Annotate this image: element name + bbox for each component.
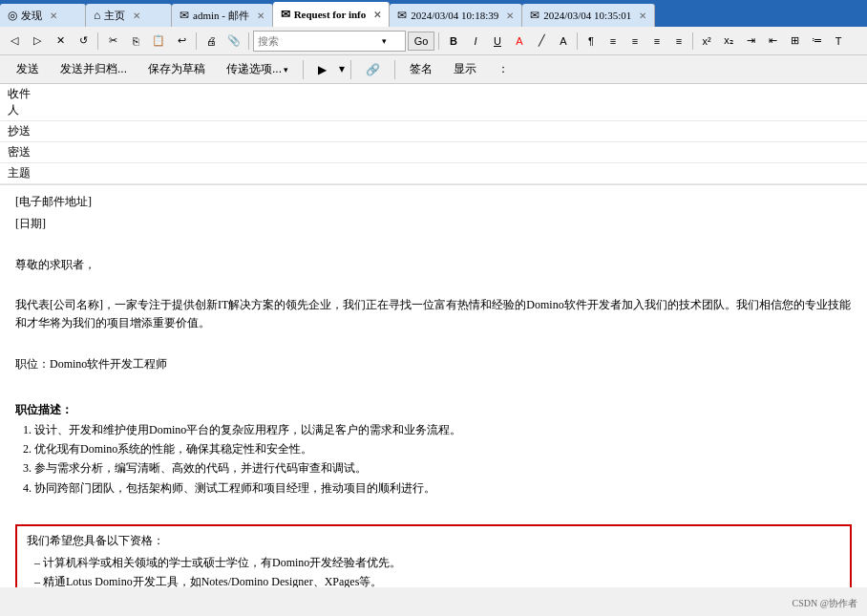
style-btn[interactable]: T	[828, 32, 849, 51]
search-box[interactable]: ▾	[253, 31, 406, 52]
tab-admin-mail[interactable]: ✉ admin - 邮件 ✕	[172, 4, 273, 27]
job-desc-label: 职位描述：	[15, 401, 852, 419]
bcc-input[interactable]	[46, 143, 867, 162]
intro-para: 我代表[公司名称]，一家专注于提供创新IT解决方案的领先企业，我们正在寻找一位富…	[15, 296, 852, 332]
align-right-btn[interactable]: ≡	[646, 32, 667, 51]
paste-btn[interactable]: 📋	[148, 32, 169, 51]
mail-icon-1: ✉	[180, 9, 189, 23]
refresh-btn[interactable]: ↺	[73, 32, 94, 51]
signature-label: 签名	[410, 61, 433, 77]
job-item-1: 1. 设计、开发和维护使用Domino平台的复杂应用程序，以满足客户的需求和业务…	[15, 421, 852, 439]
font-color-btn[interactable]: A	[509, 32, 530, 51]
tab-discover-close[interactable]: ✕	[50, 11, 57, 21]
play-btn[interactable]: ▶	[309, 60, 335, 79]
cc-input[interactable]	[46, 122, 867, 141]
tab-email-2-close[interactable]: ✕	[639, 11, 646, 21]
job-item-2: 2. 优化现有Domino系统的性能，确保其稳定性和安全性。	[15, 440, 852, 458]
job-item-4: 4. 协同跨部门团队，包括架构师、测试工程师和项目经理，推动项目的顺利进行。	[15, 479, 852, 498]
delivery-options-button[interactable]: 传递选项... ▾	[218, 58, 297, 80]
search-go-btn[interactable]: Go	[408, 32, 434, 51]
sep5	[577, 32, 578, 50]
strikethrough-btn[interactable]: ╱	[531, 32, 552, 51]
undo-btn[interactable]: ↩	[171, 32, 192, 51]
sep6	[692, 32, 693, 50]
tab-email-1[interactable]: ✉ 2024/03/04 10:18:39 ✕	[390, 4, 522, 27]
outdent-btn[interactable]: ⇤	[762, 32, 783, 51]
play-arrow-icon: ▾	[339, 62, 345, 76]
tab-home[interactable]: ⌂ 主页 ✕	[86, 4, 172, 27]
greeting: 尊敬的求职者，	[15, 256, 852, 274]
underline-btn[interactable]: U	[487, 32, 508, 51]
list-btn[interactable]: ≔	[806, 32, 827, 51]
align-left-btn[interactable]: ≡	[603, 32, 624, 51]
sep2	[196, 32, 197, 50]
print-btn[interactable]: 🖨	[201, 32, 222, 51]
req-item-2: – 精通Lotus Domino开发工具，如Notes/Domino Desig…	[27, 573, 840, 587]
nav-back-btn[interactable]: ◁	[4, 32, 25, 51]
subject-label: 主题	[0, 163, 46, 183]
header-fields: 收件人 抄送 密送 主题	[0, 84, 867, 185]
address-placeholder: [电子邮件地址]	[15, 193, 852, 211]
tab-email-2[interactable]: ✉ 2024/03/04 10:35:01 ✕	[522, 4, 655, 27]
cc-label: 抄送	[0, 121, 46, 141]
tab-home-close[interactable]: ✕	[133, 11, 140, 21]
position-label: 职位：Domino软件开发工程师	[15, 355, 852, 373]
align-justify-btn[interactable]: ≡	[668, 32, 689, 51]
bcc-field-row: 密送	[0, 142, 867, 163]
format-toolbar: B I U A ╱ A ¶ ≡ ≡ ≡ ≡ x² x₂ ⇥ ⇤ ⊞ ≔ T	[443, 32, 849, 51]
tab-email-1-close[interactable]: ✕	[506, 11, 514, 21]
align-center-btn[interactable]: ≡	[624, 32, 645, 51]
signature-button[interactable]: 签名	[401, 58, 441, 80]
discover-icon: ◎	[8, 9, 17, 23]
send-button[interactable]: 发送	[8, 58, 48, 80]
bold-btn[interactable]: B	[443, 32, 464, 51]
tab-admin-mail-close[interactable]: ✕	[257, 11, 264, 21]
display-label: 显示	[454, 61, 476, 77]
tab-request-info[interactable]: ✉ Request for info ✕	[273, 2, 391, 27]
compose-body[interactable]: [电子邮件地址] [日期] 尊敬的求职者， 我代表[公司名称]，一家专注于提供创…	[0, 185, 867, 587]
display-button[interactable]: 显示	[445, 58, 485, 80]
subject-field-row: 主题	[0, 163, 867, 184]
subscript-btn[interactable]: x₂	[718, 32, 739, 51]
stop-btn[interactable]: ✕	[50, 32, 71, 51]
table-btn[interactable]: ⊞	[784, 32, 805, 51]
job-item-3: 3. 参与需求分析，编写清晰、高效的代码，并进行代码审查和调试。	[15, 459, 852, 478]
link-btn[interactable]: 🔗	[357, 60, 389, 79]
req-item-1: – 计算机科学或相关领域的学士或硕士学位，有Domino开发经验者优先。	[27, 554, 840, 572]
nav-forward-btn[interactable]: ▷	[27, 32, 48, 51]
save-draft-label: 保存为草稿	[148, 61, 205, 77]
italic-btn[interactable]: I	[465, 32, 486, 51]
superscript-btn[interactable]: x²	[696, 32, 717, 51]
copy-btn[interactable]: ⎘	[125, 32, 146, 51]
subject-input[interactable]	[46, 164, 867, 183]
sep4	[438, 32, 439, 50]
tab-discover[interactable]: ◎ 发现 ✕	[0, 4, 86, 27]
attach-btn[interactable]: 📎	[223, 32, 244, 51]
tab-request-info-label: Request for info	[294, 9, 367, 20]
save-draft-button[interactable]: 保存为草稿	[139, 58, 214, 80]
toolbar-row1: ◁ ▷ ✕ ↺ ✂ ⎘ 📋 ↩ 🖨 📎 ▾ Go B I U A ╱ A ¶ ≡…	[0, 27, 867, 55]
cc-field-row: 抄送	[0, 121, 867, 142]
mail-icon-3: ✉	[397, 9, 407, 23]
send-archive-label: 发送并归档...	[60, 61, 127, 77]
home-icon: ⌂	[94, 9, 100, 23]
search-input[interactable]	[258, 35, 382, 47]
action-sep2	[350, 60, 351, 79]
delivery-arrow-icon: ▾	[284, 65, 288, 74]
action-sep1	[303, 60, 304, 79]
search-dropdown-icon[interactable]: ▾	[382, 36, 387, 46]
more-button[interactable]: ：	[489, 58, 518, 80]
to-input[interactable]	[46, 93, 867, 112]
send-label: 发送	[16, 61, 39, 77]
tab-discover-label: 发现	[21, 9, 42, 23]
cut-btn[interactable]: ✂	[102, 32, 123, 51]
tab-request-info-close[interactable]: ✕	[373, 10, 381, 20]
mail-icon-2: ✉	[281, 8, 290, 22]
indent-btn[interactable]: ⇥	[740, 32, 761, 51]
send-archive-button[interactable]: 发送并归档...	[52, 58, 136, 80]
req-intro: 我们希望您具备以下资格：	[27, 532, 840, 550]
paragraph-btn[interactable]: ¶	[581, 32, 602, 51]
to-label: 收件人	[0, 84, 46, 120]
delivery-options-label: 传递选项...	[226, 61, 282, 77]
highlight-btn[interactable]: A	[553, 32, 574, 51]
